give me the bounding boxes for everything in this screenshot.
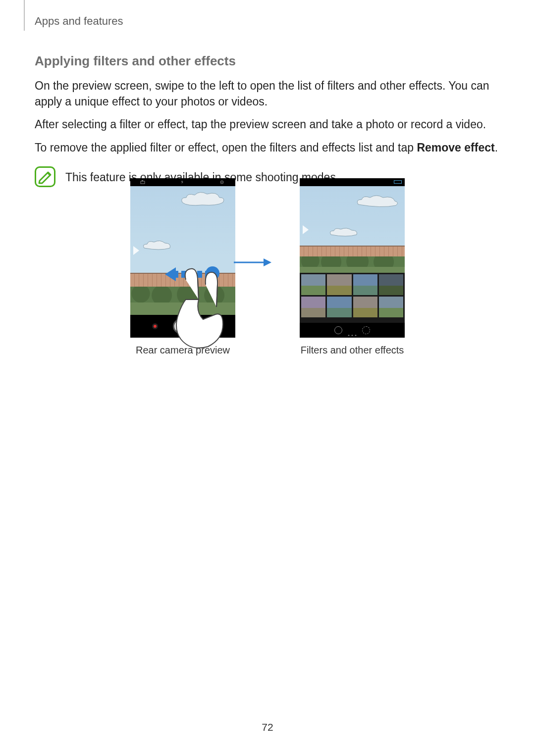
status-bar xyxy=(130,178,235,186)
filter-tile xyxy=(379,297,403,317)
preview-chevron-icon xyxy=(303,225,309,234)
figure-left: Rear camera preview xyxy=(130,178,235,356)
main-content: Applying filters and other effects On th… xyxy=(35,53,500,187)
svg-rect-1 xyxy=(142,180,143,181)
filters-footer xyxy=(300,323,405,338)
cloud-icon xyxy=(327,226,362,238)
cloud-icon xyxy=(177,190,227,207)
breadcrumb: Apps and features xyxy=(35,15,123,28)
preview-chevron-icon xyxy=(133,246,139,255)
stickers-tab-icon xyxy=(362,326,370,334)
phone-left xyxy=(130,178,235,338)
status-bar xyxy=(300,178,405,186)
figure-right: Filters and other effects xyxy=(300,178,405,356)
figure-right-caption: Filters and other effects xyxy=(301,345,404,356)
filters-preview xyxy=(300,186,405,273)
paragraph-3-suffix: . xyxy=(495,141,498,154)
cloud-icon xyxy=(140,238,175,252)
cloud-icon xyxy=(354,194,399,208)
section-heading: Applying filters and other effects xyxy=(35,53,500,69)
filters-grid xyxy=(300,273,405,323)
gear-icon xyxy=(219,180,224,184)
paragraph-3: To remove the applied filter or effect, … xyxy=(35,140,500,155)
filter-tile xyxy=(327,274,351,295)
paragraph-1: On the preview screen, swipe to the left… xyxy=(35,78,500,109)
hand-icon xyxy=(156,265,245,349)
filter-tile xyxy=(379,274,403,295)
remove-effect-label: Remove effect xyxy=(417,141,494,154)
scene-ground xyxy=(300,246,405,273)
swipe-gesture xyxy=(156,265,245,349)
paragraph-3-prefix: To remove the applied filter or effect, … xyxy=(35,141,417,154)
svg-rect-0 xyxy=(141,181,145,184)
filter-tile xyxy=(327,297,351,317)
effects-tab-icon xyxy=(334,326,342,334)
battery-icon xyxy=(394,180,402,184)
header-divider xyxy=(24,0,25,31)
svg-point-3 xyxy=(221,182,222,183)
page-number: 72 xyxy=(0,721,535,733)
page-dots-icon xyxy=(348,335,357,336)
filter-tile xyxy=(301,297,325,317)
filter-tile xyxy=(353,297,377,317)
filter-tile xyxy=(301,274,325,295)
flash-icon xyxy=(180,180,185,184)
filter-tile xyxy=(353,274,377,295)
camera-switch-icon xyxy=(140,180,145,184)
phone-right xyxy=(300,178,405,338)
paragraph-2: After selecting a filter or effect, tap … xyxy=(35,116,500,132)
